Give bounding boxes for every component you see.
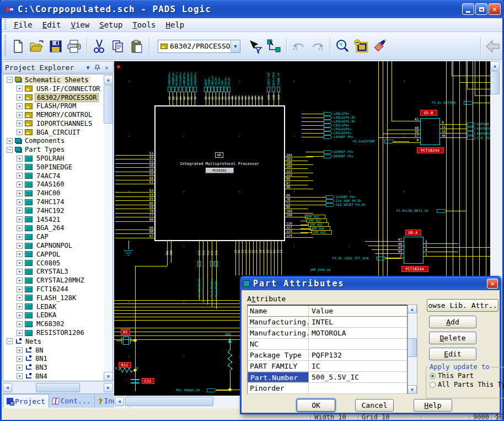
scroll-down-icon[interactable]: ▼ [104,372,113,381]
tree-item[interactable]: +FLASH/PROM [3,102,103,110]
attr-value-cell[interactable]: IC [309,361,407,371]
tree-expander[interactable]: + [17,303,23,310]
tree-item[interactable]: +Components [3,137,103,146]
tree-item[interactable]: +CAP [3,232,103,241]
add-connection-icon[interactable] [265,37,283,56]
tree-item-label[interactable]: RESISTOR1206 [35,329,86,337]
tree-item-label[interactable]: CRYSTAL20MHZ [35,276,86,284]
tree-item-label[interactable]: Part Types [23,146,66,153]
attr-name-cell[interactable]: NC [248,339,309,349]
tree-expander[interactable]: + [17,103,23,109]
table-row[interactable]: PART FAMILYIC [248,361,407,372]
maximize-button[interactable] [475,3,487,15]
tree-item[interactable]: +BGA_264 [3,224,103,233]
render-brush-icon[interactable] [371,37,389,56]
tree-item[interactable]: +CC0805 [3,259,103,268]
tree-item-label[interactable]: Components [23,137,66,145]
copy-icon[interactable] [109,37,127,56]
menu-help[interactable]: Help [161,19,190,30]
tree-item[interactable]: +5POLRAH [3,154,103,163]
tree-item-label[interactable]: FLASH_128K [35,294,78,302]
tree-expander[interactable]: + [17,295,23,301]
tree-expander[interactable]: + [17,234,23,240]
help-button[interactable]: Help [414,399,452,412]
tree-item[interactable]: +74HC00 [3,189,103,198]
pin-icon[interactable] [93,63,101,72]
tree-item[interactable]: +8N1 [3,355,103,364]
menu-tools[interactable]: Tools [127,19,160,30]
scroll-left-icon[interactable]: ◀ [3,383,12,392]
tree-item[interactable]: +8N4 [3,372,103,381]
back-icon[interactable] [484,37,502,56]
tree-expander[interactable]: + [17,120,23,126]
tree-expander[interactable]: + [17,207,23,214]
tree-expander[interactable]: + [17,286,23,292]
close-button[interactable]: ✕ [489,3,501,15]
tree-expander[interactable]: + [17,356,23,362]
scroll-right-icon[interactable]: ▶ [104,383,113,392]
tab-project[interactable]: Project [3,394,49,408]
attr-value-cell[interactable]: PQFP132 [309,350,407,360]
tree-expander[interactable]: + [17,321,23,327]
attr-value-cell[interactable] [309,383,407,393]
tree-expander[interactable]: + [17,278,23,284]
tree-expander[interactable]: + [17,373,23,379]
tree-item[interactable]: −Part Types [3,145,103,154]
attr-name-cell[interactable]: Manufacturing.Sec [248,328,309,338]
radio-icon[interactable] [430,382,436,388]
tree-item[interactable]: +USR-IF/CONNECTOR [3,84,103,93]
tree-item[interactable]: +CRYSTAL3 [3,268,103,276]
attr-name-cell[interactable]: Package Type [248,350,309,360]
save-icon[interactable] [46,37,65,56]
sheet-window-icon[interactable] [352,37,371,56]
close-panel-icon[interactable]: ✕ [103,63,111,72]
tree-expander[interactable]: + [17,190,23,196]
add-button[interactable]: Add [429,316,476,328]
tree-item-label[interactable]: MC68302 [35,320,66,328]
tree-item[interactable]: +145421 [3,215,103,224]
tree-item[interactable]: +68302/PROCESSOR [3,93,103,102]
table-row[interactable]: Part.Number500_5.5V_IC [248,372,407,383]
tree-item-label[interactable]: CAPPOL [35,251,62,258]
zoom-icon[interactable] [333,37,352,56]
tree-item-label[interactable]: 74AS160 [35,180,66,188]
tree-expander[interactable]: − [7,147,13,153]
tree-item[interactable]: +CRYSTAL20MHZ [3,276,103,285]
open-icon[interactable] [28,37,46,56]
tree-item[interactable]: +FLASH_128K [3,294,103,302]
tree-item-label[interactable]: 68302/PROCESSOR [35,93,99,102]
tree-item-label[interactable]: CAPNONPOL [35,242,74,249]
tree-item[interactable]: +8N3 [3,363,103,372]
menu-view[interactable]: View [66,19,94,30]
attr-value-cell[interactable] [309,339,407,349]
tree-item-label[interactable]: 74AC74 [35,172,62,180]
tree-item[interactable]: +BGA_CIRCUIT [3,128,103,137]
menubar-grip[interactable] [3,19,7,30]
tree-item-label[interactable]: Schematic Sheets [23,76,90,84]
menu-edit[interactable]: Edit [37,19,66,30]
tree-expander[interactable]: + [17,347,23,353]
attr-value-cell[interactable]: INTEL [309,317,407,327]
tree-expander[interactable]: + [7,138,13,144]
tree-item-label[interactable]: 8N4 [34,372,49,380]
tree-item[interactable]: +8N [3,346,103,355]
tree-item-label[interactable]: FCT16244 [35,285,70,293]
tree-item[interactable]: +74HC174 [3,198,103,206]
chevron-down-icon[interactable]: ▼ [230,40,240,52]
attr-name-cell[interactable]: Part.Number [248,372,309,382]
tab-contents[interactable]: Cont... [49,394,95,408]
menu-file[interactable]: File [9,19,37,30]
tree-item-label[interactable]: FLASH/PROM [35,102,78,110]
edit-button[interactable]: Edit [429,348,476,360]
tree-hscroll-thumb[interactable] [36,383,80,392]
tree-item[interactable]: +MEMORY/CONTROL [3,110,103,119]
scroll-up-icon[interactable]: ▲ [104,75,113,84]
tree-expander[interactable]: + [17,216,23,222]
tree-expander[interactable]: − [7,77,13,83]
radio-all-parts[interactable]: All Parts This Ty. [430,381,504,388]
tree-expander[interactable]: + [17,243,23,249]
scroll-up-icon[interactable]: ▲ [490,61,500,71]
selection-filter-icon[interactable] [246,37,265,56]
scroll-down-icon[interactable]: ▼ [408,385,417,394]
attr-value-cell[interactable]: 500_5.5V_IC [309,372,407,382]
